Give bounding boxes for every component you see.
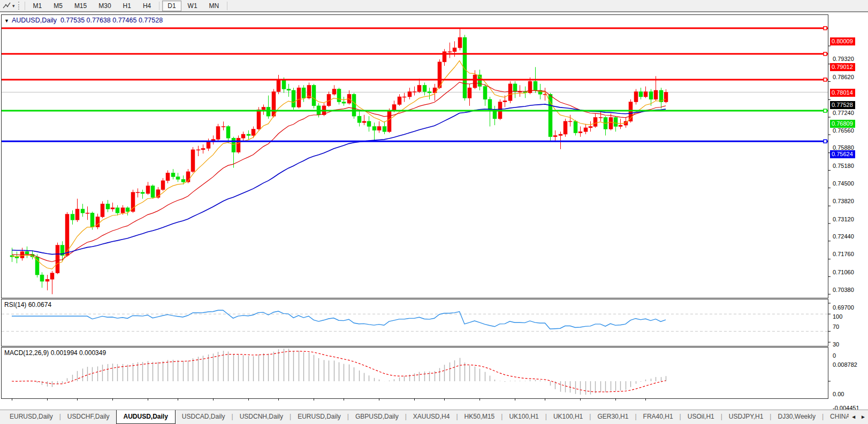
timeframe-button-M1[interactable]: M1 [28, 1, 48, 11]
price-tick-label: 0.71760 [833, 251, 854, 257]
dropdown-caret-icon[interactable]: ▾ [12, 3, 15, 9]
tab-bar: EURUSD,Daily|USDCHF,DailyAUDUSD,DailyUSD… [0, 410, 868, 424]
macd-axis-label: 0.008782 [833, 361, 857, 368]
macd-histogram [12, 349, 666, 395]
hline-0.80009[interactable] [2, 27, 828, 30]
price-line-label: 0.79012 [830, 63, 855, 71]
tab-USDCHF-Daily[interactable]: USDCHF,Daily [61, 410, 116, 422]
price-tick-label: 0.73120 [833, 216, 854, 222]
hline-0.76809[interactable] [2, 109, 828, 112]
tab-scroll-left-icon[interactable]: ◄ [849, 410, 858, 423]
rsi-axis-label: 100 [833, 313, 842, 320]
rsi-line [12, 310, 666, 329]
price-tick-label: 0.73820 [833, 198, 854, 204]
price-tick-label: 0.71060 [833, 269, 854, 275]
rsi-axis-label: 0 [833, 352, 836, 359]
chart-canvas [0, 13, 868, 409]
price-tick-label: 0.79320 [833, 56, 854, 62]
toolbar-separator [227, 2, 227, 10]
timeframe-button-MN[interactable]: MN [204, 1, 225, 11]
macd-label: MACD(12,26,9) 0.001994 0.000349 [4, 349, 106, 357]
tab-GER30-H1[interactable]: GER30,H1 [591, 410, 635, 422]
tab-UK100-H1[interactable]: UK100,H1 [547, 410, 589, 422]
chart-title: ▼AUDUSD,Daily 0.77535 0.77638 0.77465 0.… [4, 17, 163, 24]
rsi-axis-label: 30 [833, 341, 839, 348]
mt4-window: ▾ M1M5M15M30H1H4D1W1MN ▼AUDUSD,Daily 0.7… [0, 0, 868, 424]
timeframe-button-H1[interactable]: H1 [118, 1, 136, 11]
chart-ohlc-quote: 0.77535 0.77638 0.77465 0.77528 [60, 17, 163, 24]
tab-FRA40-H1[interactable]: FRA40,H1 [637, 410, 680, 422]
tab-EURUSD-Daily[interactable]: EURUSD,Daily [291, 410, 347, 422]
price-line-label: 0.75624 [830, 150, 855, 158]
timeframe-button-H4[interactable]: H4 [138, 1, 156, 11]
toolbar-grip[interactable] [18, 2, 19, 10]
hline-0.78014[interactable] [2, 78, 828, 81]
tab-EURUSD-Daily[interactable]: EURUSD,Daily [3, 410, 59, 422]
price-tick-label: 0.78620 [833, 74, 854, 80]
toolbar-separator [159, 2, 159, 10]
panel-border [2, 348, 828, 399]
tab-USOil-H1[interactable]: USOil,H1 [681, 410, 721, 422]
price-tick-label: 0.74500 [833, 180, 854, 187]
timeframe-buttons: M1M5M15M30H1H4D1W1MN [22, 1, 230, 11]
price-line-label: 0.76809 [830, 120, 855, 128]
price-line-label: 0.80009 [830, 37, 855, 45]
price-tick-label: 0.72440 [833, 233, 854, 240]
rsi-label: RSI(14) 60.0674 [4, 301, 51, 309]
collapse-marker-icon[interactable]: ▼ [4, 18, 9, 24]
price-line-label: 0.78014 [830, 89, 855, 97]
price-tick-label: 0.75180 [833, 163, 854, 169]
rsi-axis-label: 70 [833, 323, 839, 330]
price-tick-label: 0.77240 [833, 110, 854, 116]
price-tick-label: 0.76560 [833, 127, 854, 134]
price-tick-label: 0.69700 [833, 304, 854, 311]
candles-layer [10, 28, 668, 295]
current-price-label: 0.77528 [830, 101, 855, 109]
timeframe-button-M15[interactable]: M15 [69, 1, 92, 11]
tab-USDCNH-Daily[interactable]: USDCNH,Daily [233, 410, 290, 422]
tab-CHINA300-H1[interactable]: CHINA300,H1 [824, 410, 849, 422]
hline-0.79012[interactable] [2, 52, 828, 56]
timeframe-button-D1[interactable]: D1 [162, 1, 181, 11]
timeframe-button-M30[interactable]: M30 [93, 1, 116, 11]
toolbar-separator [25, 2, 25, 10]
tab-DJ30-Weekly[interactable]: DJ30,Weekly [771, 410, 821, 422]
line-studies-icon[interactable] [2, 1, 12, 10]
macd-axis-label: 0.00 [833, 391, 844, 397]
tab-AUDUSD-Daily[interactable]: AUDUSD,Daily [116, 410, 176, 424]
ma-21-line [12, 82, 666, 262]
tab-USDCAD-Daily[interactable]: USDCAD,Daily [176, 410, 232, 422]
timeframe-button-M5[interactable]: M5 [48, 1, 68, 11]
panel-border [2, 15, 828, 298]
timeframe-button-W1[interactable]: W1 [182, 1, 203, 11]
chart-window: ▼AUDUSD,Daily 0.77535 0.77638 0.77465 0.… [0, 13, 868, 409]
tab-scroll-right-icon[interactable]: ► [858, 410, 868, 423]
tab-GBPUSD-Daily[interactable]: GBPUSD,Daily [349, 410, 405, 422]
panel-border [2, 299, 828, 346]
chart-symbol-label: AUDUSD,Daily [12, 17, 57, 24]
tab-USDJPY-H1[interactable]: USDJPY,H1 [722, 410, 770, 422]
toolbar: ▾ M1M5M15M30H1H4D1W1MN [0, 0, 868, 12]
hline-0.75624[interactable] [2, 140, 828, 143]
tab-XAUUSD-H4[interactable]: XAUUSD,H4 [407, 410, 456, 422]
tab-HK50-M15[interactable]: HK50,M15 [458, 410, 501, 422]
tab-strip: EURUSD,Daily|USDCHF,DailyAUDUSD,DailyUSD… [3, 410, 849, 424]
tab-UK100-H1[interactable]: UK100,H1 [502, 410, 545, 422]
price-tick-label: 0.70380 [833, 287, 854, 293]
